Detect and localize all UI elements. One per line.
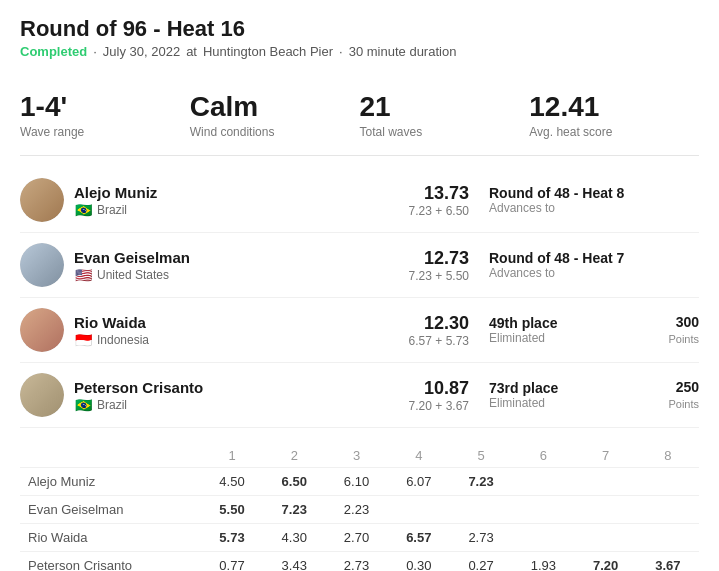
stat-wave-range-label: Wave range (20, 125, 190, 139)
score-cell: 3.43 (263, 552, 325, 572)
athlete-result: Round of 48 - Heat 7 Advances to (489, 250, 649, 280)
country-flag: 🇧🇷 (74, 399, 92, 411)
col-header-name (20, 444, 201, 468)
result-title: 49th place (489, 315, 649, 331)
score-cell (574, 524, 636, 552)
score-cell: 4.50 (201, 468, 263, 496)
score-cell: 6.07 (388, 468, 450, 496)
scorecard-row: Peterson Crisanto0.773.432.730.300.271.9… (20, 552, 699, 572)
subtitle-separator2: · (339, 44, 343, 59)
stat-wind: Calm Wind conditions (190, 91, 360, 139)
stat-wave-range-value: 1-4' (20, 91, 190, 123)
scorecard-row: Rio Waida5.734.302.706.572.73 (20, 524, 699, 552)
athlete-name: Rio Waida (74, 314, 409, 331)
score-cell (512, 468, 574, 496)
athlete-result: 73rd place Eliminated (489, 380, 649, 410)
wave-scores: 7.20 + 3.67 (409, 399, 469, 413)
stat-avg-score-value: 12.41 (529, 91, 699, 123)
score-cell (512, 524, 574, 552)
scorecard-athlete-name: Evan Geiselman (20, 496, 201, 524)
country-flag: 🇺🇸 (74, 269, 92, 281)
stat-wind-value: Calm (190, 91, 360, 123)
col-header-3: 3 (325, 444, 387, 468)
country-name: Indonesia (97, 333, 149, 347)
scorecard-athlete-name: Peterson Crisanto (20, 552, 201, 572)
athlete-row: Rio Waida 🇮🇩 Indonesia 12.30 6.57 + 5.73… (20, 298, 699, 363)
score-cell: 4.30 (263, 524, 325, 552)
result-title: Round of 48 - Heat 8 (489, 185, 649, 201)
total-score: 13.73 (409, 183, 469, 204)
score-cell (637, 468, 699, 496)
score-cell: 2.73 (325, 552, 387, 572)
athlete-scores: 13.73 7.23 + 6.50 (409, 183, 469, 218)
athlete-country: 🇺🇸 United States (74, 268, 409, 282)
scorecard-table: 12345678Alejo Muniz4.506.506.106.077.23E… (20, 444, 699, 571)
score-cell: 2.23 (325, 496, 387, 524)
athlete-row: Alejo Muniz 🇧🇷 Brazil 13.73 7.23 + 6.50 … (20, 168, 699, 233)
athlete-scores: 10.87 7.20 + 3.67 (409, 378, 469, 413)
score-cell (574, 496, 636, 524)
score-cell (637, 496, 699, 524)
result-subtitle: Advances to (489, 266, 649, 280)
country-name: Brazil (97, 398, 127, 412)
stat-total-waves-value: 21 (360, 91, 530, 123)
result-subtitle: Eliminated (489, 331, 649, 345)
stat-avg-score: 12.41 Avg. heat score (529, 91, 699, 139)
score-cell (637, 524, 699, 552)
score-cell: 1.93 (512, 552, 574, 572)
athlete-row: Peterson Crisanto 🇧🇷 Brazil 10.87 7.20 +… (20, 363, 699, 428)
athlete-name: Alejo Muniz (74, 184, 409, 201)
athlete-info: Alejo Muniz 🇧🇷 Brazil (74, 184, 409, 217)
score-cell: 0.77 (201, 552, 263, 572)
avatar (20, 178, 64, 222)
subtitle-at: at (186, 44, 197, 59)
score-cell: 0.27 (450, 552, 512, 572)
athlete-info: Evan Geiselman 🇺🇸 United States (74, 249, 409, 282)
score-cell: 6.50 (263, 468, 325, 496)
athlete-info: Peterson Crisanto 🇧🇷 Brazil (74, 379, 409, 412)
avatar (20, 243, 64, 287)
wave-scores: 7.23 + 6.50 (409, 204, 469, 218)
avatar (20, 373, 64, 417)
country-flag: 🇮🇩 (74, 334, 92, 346)
result-title: 73rd place (489, 380, 649, 396)
athlete-scores: 12.73 7.23 + 5.50 (409, 248, 469, 283)
athletes-section: Alejo Muniz 🇧🇷 Brazil 13.73 7.23 + 6.50 … (20, 168, 699, 428)
stat-total-waves-label: Total waves (360, 125, 530, 139)
event-date: July 30, 2022 (103, 44, 180, 59)
country-name: United States (97, 268, 169, 282)
scorecard-athlete-name: Alejo Muniz (20, 468, 201, 496)
stats-row: 1-4' Wave range Calm Wind conditions 21 … (20, 75, 699, 156)
score-cell: 3.67 (637, 552, 699, 572)
col-header-2: 2 (263, 444, 325, 468)
score-cell: 7.23 (450, 468, 512, 496)
country-name: Brazil (97, 203, 127, 217)
scorecard-section: 12345678Alejo Muniz4.506.506.106.077.23E… (20, 444, 699, 571)
subtitle: Completed · July 30, 2022 at Huntington … (20, 44, 699, 59)
scorecard-row: Evan Geiselman5.507.232.23 (20, 496, 699, 524)
score-cell: 2.73 (450, 524, 512, 552)
athlete-info: Rio Waida 🇮🇩 Indonesia (74, 314, 409, 347)
country-flag: 🇧🇷 (74, 204, 92, 216)
athlete-country: 🇧🇷 Brazil (74, 398, 409, 412)
score-cell: 5.73 (201, 524, 263, 552)
athlete-result: 49th place Eliminated (489, 315, 649, 345)
result-subtitle: Eliminated (489, 396, 649, 410)
stat-wind-label: Wind conditions (190, 125, 360, 139)
avatar (20, 308, 64, 352)
stat-total-waves: 21 Total waves (360, 91, 530, 139)
stat-wave-range: 1-4' Wave range (20, 91, 190, 139)
page-title: Round of 96 - Heat 16 (20, 16, 699, 42)
athlete-name: Peterson Crisanto (74, 379, 409, 396)
score-cell: 2.70 (325, 524, 387, 552)
scorecard-athlete-name: Rio Waida (20, 524, 201, 552)
subtitle-separator: · (93, 44, 97, 59)
wave-scores: 7.23 + 5.50 (409, 269, 469, 283)
wave-scores: 6.57 + 5.73 (409, 334, 469, 348)
total-score: 10.87 (409, 378, 469, 399)
athlete-row: Evan Geiselman 🇺🇸 United States 12.73 7.… (20, 233, 699, 298)
col-header-7: 7 (574, 444, 636, 468)
score-cell: 6.10 (325, 468, 387, 496)
athlete-country: 🇧🇷 Brazil (74, 203, 409, 217)
event-location: Huntington Beach Pier (203, 44, 333, 59)
